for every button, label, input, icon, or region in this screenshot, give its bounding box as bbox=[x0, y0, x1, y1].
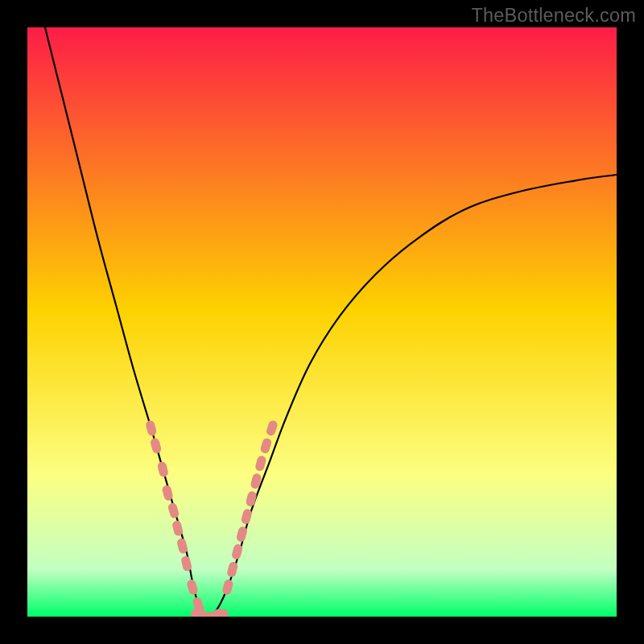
data-marker bbox=[213, 609, 229, 617]
plot-background bbox=[27, 27, 617, 617]
plot-area bbox=[27, 27, 617, 617]
chart-frame: TheBottleneck.com bbox=[0, 0, 644, 644]
chart-svg bbox=[27, 27, 617, 617]
watermark-label: TheBottleneck.com bbox=[471, 5, 636, 27]
